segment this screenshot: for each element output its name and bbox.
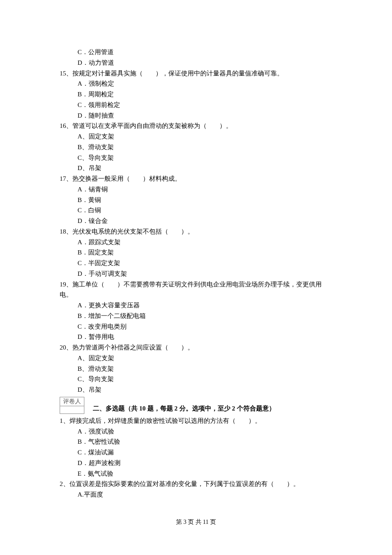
section-2-title: 二、多选题（共 10 题，每题 2 分。选项中，至少 2 个符合题意） bbox=[93, 403, 275, 414]
question-14-partial: C．公用管道 D．动力管道 bbox=[60, 47, 332, 68]
option-18-b: B．固定支架 bbox=[78, 247, 332, 258]
option-17-a: A．锡青铜 bbox=[78, 184, 332, 195]
option-18-c: C．半固定支架 bbox=[78, 258, 332, 269]
option-20-d: D、吊架 bbox=[78, 384, 332, 395]
option-20-b: B、滑动支架 bbox=[78, 364, 332, 374]
section-2-header: 评卷人 二、多选题（共 10 题，每题 2 分。选项中，至少 2 个符合题意） bbox=[60, 397, 332, 414]
option-20-a: A、固定支架 bbox=[78, 353, 332, 364]
option-m1-d: D．超声波检测 bbox=[78, 458, 332, 468]
option-19-c: C．改变用电类别 bbox=[78, 321, 332, 332]
option-16-b: B、滑动支架 bbox=[78, 142, 332, 153]
page-footer: 第 3 页 共 11 页 bbox=[60, 517, 332, 527]
question-19-text: 19、施工单位（ ）不需要携带有关证明文件到供电企业用电营业场所办理手续，变更供… bbox=[60, 279, 332, 301]
option-19-b: B．增加一个二级配电箱 bbox=[78, 311, 332, 321]
option-19-d: D．暂停用电 bbox=[78, 332, 332, 342]
option-20-c: C、导向支架 bbox=[78, 374, 332, 384]
question-20-text: 20、热力管道两个补偿器之间应设置（ ）。 bbox=[60, 342, 332, 353]
option-m1-e: E．氨气试验 bbox=[78, 468, 332, 479]
option-17-c: C．白铜 bbox=[78, 205, 332, 216]
option-16-a: A、固定支架 bbox=[78, 131, 332, 142]
question-19: 19、施工单位（ ）不需要携带有关证明文件到供电企业用电营业场所办理手续，变更供… bbox=[60, 279, 332, 343]
option-15-a: A．强制检定 bbox=[78, 78, 332, 89]
question-15: 15、按规定对计量器具实施（ ），保证使用中的计量器具的量值准确可靠。 A．强制… bbox=[60, 68, 332, 121]
option-15-c: C．领用前检定 bbox=[78, 100, 332, 110]
option-19-a: A．更换大容量变压器 bbox=[78, 300, 332, 311]
multi-question-2-text: 2、位置误差是指实际要素的位置对基准的变化量，下列属于位置误差的有（ ）。 bbox=[60, 479, 332, 489]
question-17-text: 17、热交换器一般采用（ ）材料构成。 bbox=[60, 173, 332, 184]
option-14-d: D．动力管道 bbox=[78, 58, 332, 68]
question-16-text: 16、管道可以在支承平面内自由滑动的支架被称为（ ）。 bbox=[60, 121, 332, 131]
option-14-c: C．公用管道 bbox=[78, 47, 332, 58]
grader-input bbox=[60, 406, 84, 414]
question-17: 17、热交换器一般采用（ ）材料构成。 A．锡青铜 B．黄铜 C．白铜 D．镍合… bbox=[60, 173, 332, 226]
option-17-d: D．镍合金 bbox=[78, 216, 332, 226]
option-16-d: D、吊架 bbox=[78, 163, 332, 173]
multi-question-1: 1、焊接完成后，对焊缝质量的致密性试验可以选用的方法有（ ）。 A．强度试验 B… bbox=[60, 416, 332, 479]
question-18-text: 18、光伏发电系统的光伏支架不包括（ ）。 bbox=[60, 226, 332, 237]
option-m1-a: A．强度试验 bbox=[78, 426, 332, 437]
question-16: 16、管道可以在支承平面内自由滑动的支架被称为（ ）。 A、固定支架 B、滑动支… bbox=[60, 121, 332, 173]
multi-question-1-text: 1、焊接完成后，对焊缝质量的致密性试验可以选用的方法有（ ）。 bbox=[60, 416, 332, 426]
grader-label: 评卷人 bbox=[60, 397, 84, 406]
option-18-d: D．手动可调支架 bbox=[78, 269, 332, 279]
question-20: 20、热力管道两个补偿器之间应设置（ ）。 A、固定支架 B、滑动支架 C、导向… bbox=[60, 342, 332, 395]
question-15-text: 15、按规定对计量器具实施（ ），保证使用中的计量器具的量值准确可靠。 bbox=[60, 68, 332, 79]
question-18: 18、光伏发电系统的光伏支架不包括（ ）。 A．跟踪式支架 B．固定支架 C．半… bbox=[60, 226, 332, 279]
option-m1-b: B．气密性试验 bbox=[78, 436, 332, 447]
option-m1-c: C．煤油试漏 bbox=[78, 447, 332, 458]
option-m2-a: A.平面度 bbox=[78, 489, 332, 500]
option-15-b: B．周期检定 bbox=[78, 89, 332, 100]
option-15-d: D．随时抽查 bbox=[78, 110, 332, 121]
multi-question-2: 2、位置误差是指实际要素的位置对基准的变化量，下列属于位置误差的有（ ）。 A.… bbox=[60, 479, 332, 500]
grader-box: 评卷人 bbox=[60, 397, 84, 414]
option-17-b: B．黄铜 bbox=[78, 195, 332, 205]
option-16-c: C、导向支架 bbox=[78, 153, 332, 163]
option-18-a: A．跟踪式支架 bbox=[78, 237, 332, 248]
